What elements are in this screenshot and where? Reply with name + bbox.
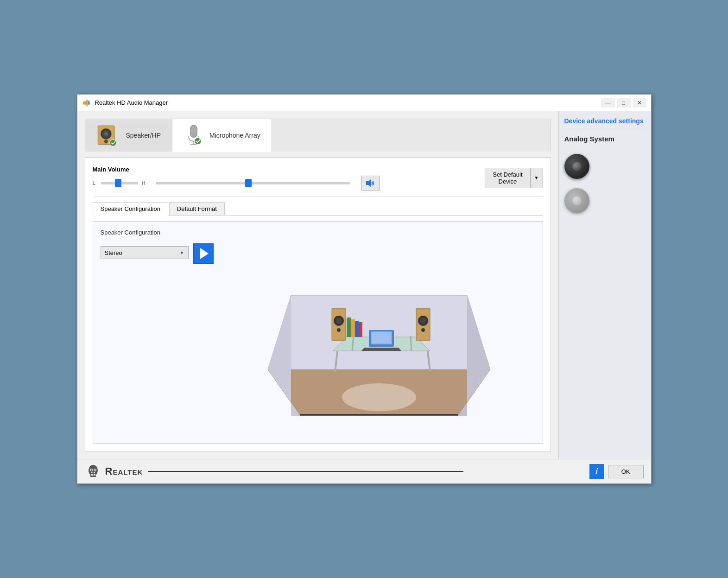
realtek-divider-line <box>148 471 463 472</box>
volume-thumb[interactable] <box>245 179 252 187</box>
svg-marker-17 <box>366 179 371 187</box>
room-svg <box>263 240 495 425</box>
svg-point-10 <box>109 140 116 146</box>
app-icon <box>82 98 91 108</box>
tab-default-format[interactable]: Default Format <box>169 202 225 215</box>
analog-circle-light-inner <box>572 196 582 205</box>
main-volume-label: Main Volume <box>93 166 130 173</box>
set-default-device-button[interactable]: Set DefaultDevice ▼ <box>485 168 543 188</box>
svg-point-40 <box>337 328 341 332</box>
window-controls: — □ ✕ <box>601 98 646 108</box>
balance-l-label: L <box>93 180 97 186</box>
realtek-logo: Realtek <box>85 463 464 480</box>
bottom-bar: Realtek i OK <box>77 459 651 483</box>
info-button[interactable]: i <box>589 464 604 479</box>
maximize-button[interactable]: □ <box>617 98 631 108</box>
content-area: Speaker/HP <box>77 111 651 459</box>
device-advanced-settings-title: Device advanced settings <box>564 117 646 129</box>
svg-rect-29 <box>347 318 351 337</box>
analog-circle-dark[interactable] <box>564 154 589 179</box>
svg-line-28 <box>411 336 411 351</box>
volume-slider[interactable] <box>156 182 350 184</box>
speaker-config-dropdown[interactable]: Stereo ▼ <box>101 246 189 259</box>
set-default-dropdown-arrow[interactable]: ▼ <box>530 168 543 188</box>
svg-rect-32 <box>359 322 362 337</box>
mic-tab-label: Microphone Array <box>209 132 260 139</box>
config-left-panel: Speaker Configuration Stereo ▼ <box>101 229 214 436</box>
realtek-brand-icon <box>85 463 101 480</box>
play-icon <box>200 248 209 259</box>
speaker-config-label: Speaker Configuration <box>101 229 214 236</box>
tab-microphone-array[interactable]: Microphone Array <box>172 119 272 152</box>
speaker-config-content: Speaker Configuration Stereo ▼ <box>93 221 543 444</box>
svg-point-39 <box>336 318 342 324</box>
svg-rect-47 <box>91 474 93 476</box>
svg-point-44 <box>421 328 425 332</box>
svg-point-19 <box>342 383 416 411</box>
analog-system-title: Analog System <box>564 135 646 143</box>
stereo-value: Stereo <box>105 249 122 256</box>
dropdown-arrow-icon: ▼ <box>180 250 184 255</box>
main-panel: Speaker/HP <box>77 111 558 459</box>
device-tabs: Speaker/HP <box>85 119 551 152</box>
window-title: Realtek HD Audio Manager <box>95 99 601 106</box>
room-visualization <box>223 229 535 436</box>
svg-point-7 <box>105 133 107 135</box>
svg-point-51 <box>90 470 92 471</box>
right-panel: Device advanced settings Analog System <box>558 111 651 459</box>
svg-point-16 <box>194 138 201 145</box>
svg-point-9 <box>105 140 107 142</box>
mic-tab-icon <box>184 123 204 147</box>
svg-rect-30 <box>351 319 355 337</box>
speaker-tab-label: Speaker/HP <box>126 132 161 139</box>
tab-speaker-configuration[interactable]: Speaker Configuration <box>93 202 168 216</box>
volume-row: L R <box>93 176 480 191</box>
svg-rect-11 <box>190 125 197 137</box>
svg-point-52 <box>94 470 95 471</box>
set-default-main-button[interactable]: Set DefaultDevice <box>485 168 530 188</box>
play-button[interactable] <box>193 243 214 264</box>
ok-button[interactable]: OK <box>608 465 644 478</box>
svg-point-1 <box>82 102 84 104</box>
titlebar: Realtek HD Audio Manager — □ ✕ <box>77 95 651 111</box>
speaker-tab-icon <box>96 123 120 147</box>
inner-tabs: Speaker Configuration Default Format <box>93 202 543 216</box>
svg-rect-31 <box>355 321 359 337</box>
volume-section: Main Volume L R <box>93 165 543 197</box>
svg-point-43 <box>420 318 426 324</box>
svg-rect-35 <box>372 332 391 343</box>
balance-slider[interactable] <box>101 182 138 184</box>
brand-name: Realtek <box>105 465 143 477</box>
analog-circle-dark-inner <box>572 162 582 171</box>
main-window: Realtek HD Audio Manager — □ ✕ <box>77 94 652 484</box>
volume-icon-button[interactable] <box>361 176 380 191</box>
minimize-button[interactable]: — <box>601 98 615 108</box>
analog-circle-light[interactable] <box>564 188 589 213</box>
balance-thumb[interactable] <box>115 179 121 187</box>
balance-r-label: R <box>142 180 146 186</box>
speaker-volume-icon <box>365 178 376 188</box>
svg-marker-36 <box>361 348 401 351</box>
tab-speaker-hp[interactable]: Speaker/HP <box>85 119 172 152</box>
svg-rect-48 <box>94 474 95 476</box>
close-button[interactable]: ✕ <box>633 98 646 108</box>
main-content-box: Main Volume L R <box>85 157 551 451</box>
